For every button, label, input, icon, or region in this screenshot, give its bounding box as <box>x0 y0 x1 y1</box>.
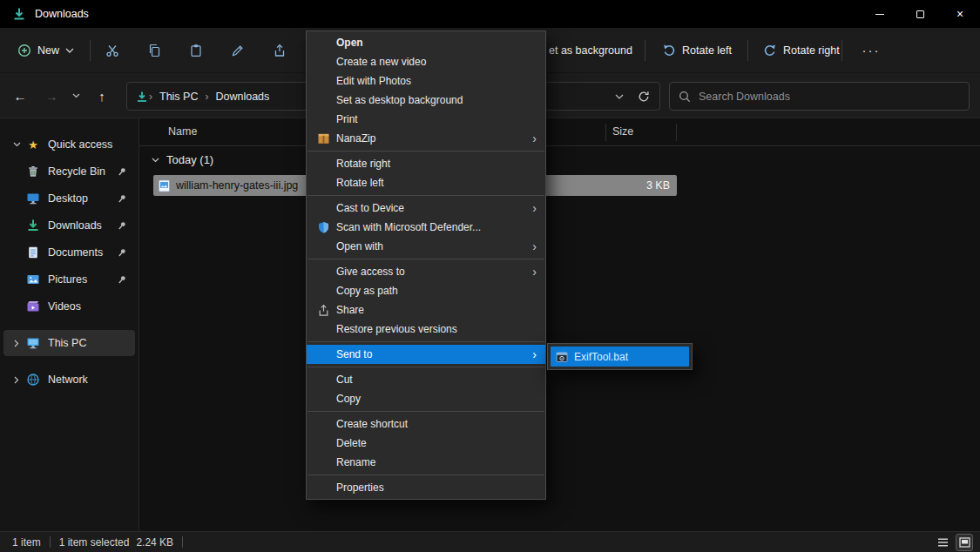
paste-icon <box>189 44 203 57</box>
sidebar-item-desktop[interactable]: Desktop <box>3 185 135 212</box>
recycle-bin-icon <box>24 165 42 178</box>
sidebar-item-network[interactable]: Network <box>3 367 135 393</box>
column-header-name[interactable]: Name <box>168 125 197 138</box>
menu-separator <box>308 475 544 475</box>
context-menu-item-rotate-right[interactable]: Rotate right <box>307 154 545 173</box>
back-button[interactable]: ← <box>9 84 31 107</box>
submenu-arrow-icon: › <box>532 240 537 252</box>
details-view-button[interactable] <box>934 534 951 551</box>
refresh-button[interactable] <box>632 85 656 108</box>
column-divider[interactable] <box>676 124 677 141</box>
sidebar-item-recycle-bin[interactable]: Recycle Bin <box>3 158 135 185</box>
desktop-icon <box>24 192 42 205</box>
sidebar-item-label: Network <box>48 374 88 386</box>
sidebar-item-downloads[interactable]: Downloads <box>3 212 135 239</box>
forward-button[interactable]: → <box>40 84 63 107</box>
sidebar-item-label: Downloads <box>48 219 102 232</box>
menu-separator <box>308 195 544 196</box>
context-menu-item-properties[interactable]: Properties <box>307 478 545 497</box>
group-label: Today (1) <box>166 153 213 166</box>
context-menu-item-open-with[interactable]: Open with› <box>307 237 545 256</box>
context-menu-item-create-a-new-video[interactable]: Create a new video <box>307 52 545 71</box>
chevron-down-icon[interactable] <box>152 158 159 163</box>
submenu-item-exiftool-bat[interactable]: ExifTool.bat <box>551 347 689 367</box>
share-button[interactable] <box>266 37 294 64</box>
pin-icon <box>118 275 126 284</box>
sidebar-item-documents[interactable]: Documents <box>3 239 135 266</box>
context-menu-item-copy-as-path[interactable]: Copy as path <box>307 281 545 300</box>
copy-icon <box>147 44 161 57</box>
rename-button[interactable] <box>224 37 252 64</box>
up-button[interactable]: ↑ <box>91 84 113 107</box>
menu-separator <box>308 411 544 412</box>
context-menu-item-rename[interactable]: Rename <box>307 453 545 472</box>
recent-locations-button[interactable] <box>68 84 84 107</box>
file-size: 3 KB <box>646 179 670 192</box>
context-menu-item-give-access-to[interactable]: Give access to› <box>307 262 545 281</box>
cut-button[interactable] <box>98 37 126 64</box>
toolbar-separator <box>747 40 748 61</box>
context-menu-item-set-as-desktop-background[interactable]: Set as desktop background <box>307 91 545 110</box>
submenu-arrow-icon: › <box>532 266 537 278</box>
rotate-left-icon <box>662 44 676 57</box>
breadcrumb-this-pc[interactable]: This PC <box>153 91 204 103</box>
context-menu: Open Create a new video Edit with Photos… <box>306 30 546 500</box>
thumbnail-view-button[interactable] <box>956 534 973 551</box>
column-divider[interactable] <box>605 124 606 141</box>
item-count: 1 item <box>12 536 41 549</box>
group-header-today[interactable]: Today (1) <box>152 153 213 166</box>
submenu-arrow-icon: › <box>532 132 537 145</box>
more-options-icon: ··· <box>862 43 881 57</box>
statusbar-divider <box>182 536 183 548</box>
submenu-arrow-icon: › <box>532 202 537 214</box>
context-menu-item-scan-with-microsoft-defender[interactable]: Scan with Microsoft Defender... <box>307 218 545 237</box>
context-menu-item-cut[interactable]: Cut <box>307 370 545 389</box>
sidebar-item-quick-access[interactable]: ★ Quick access <box>3 131 135 158</box>
chevron-down-icon[interactable] <box>9 142 24 147</box>
column-header-size[interactable]: Size <box>612 125 633 138</box>
new-plus-icon <box>17 44 31 57</box>
search-input[interactable] <box>699 91 960 103</box>
sidebar-item-this-pc[interactable]: This PC <box>3 330 135 356</box>
share-icon <box>273 44 287 57</box>
search-box[interactable] <box>669 82 970 111</box>
rotate-left-button[interactable]: Rotate left <box>655 38 739 63</box>
sidebar-item-pictures[interactable]: Pictures <box>3 266 135 293</box>
new-button[interactable]: New <box>10 38 81 63</box>
context-menu-item-print[interactable]: Print <box>307 110 545 129</box>
share-icon <box>317 304 336 317</box>
context-menu-item-open[interactable]: Open <box>307 33 545 52</box>
pin-icon <box>118 248 126 257</box>
context-menu-item-restore-previous-versions[interactable]: Restore previous versions <box>307 320 545 339</box>
close-button[interactable]: × <box>940 0 980 28</box>
set-as-background-button[interactable]: et as background <box>549 44 632 57</box>
submenu-arrow-icon: › <box>532 348 537 360</box>
nanazip-icon <box>317 132 336 145</box>
context-menu-item-copy[interactable]: Copy <box>307 389 545 408</box>
sidebar-item-videos[interactable]: Videos <box>3 293 135 320</box>
copy-button[interactable] <box>140 37 168 64</box>
file-list-pane: Name Size Today (1) william-henry-gates-… <box>139 118 980 531</box>
window-title: Downloads <box>35 8 89 20</box>
context-menu-item-nanazip[interactable]: NanaZip› <box>307 129 545 148</box>
sidebar-item-label: Desktop <box>48 192 88 205</box>
pin-icon <box>118 194 126 203</box>
breadcrumb-downloads[interactable]: Downloads <box>209 91 275 103</box>
paste-button[interactable] <box>182 37 210 64</box>
context-menu-item-delete[interactable]: Delete <box>307 434 545 453</box>
sidebar-item-label: Pictures <box>48 273 87 286</box>
chevron-right-icon[interactable] <box>9 340 24 347</box>
chevron-right-icon[interactable] <box>9 376 24 384</box>
address-dropdown-button[interactable] <box>607 85 632 108</box>
context-menu-item-share[interactable]: Share <box>307 300 545 320</box>
context-menu-item-edit-with-photos[interactable]: Edit with Photos <box>307 71 545 91</box>
context-menu-item-rotate-left[interactable]: Rotate left <box>307 173 545 192</box>
more-options-button[interactable]: ··· <box>857 37 885 64</box>
context-menu-item-send-to[interactable]: Send to› <box>307 345 545 364</box>
maximize-button[interactable] <box>900 0 940 28</box>
defender-shield-icon <box>317 221 336 234</box>
context-menu-item-cast-to-device[interactable]: Cast to Device› <box>307 199 545 218</box>
minimize-button[interactable] <box>860 0 900 28</box>
rotate-right-button[interactable]: Rotate right <box>756 38 847 63</box>
context-menu-item-create-shortcut[interactable]: Create shortcut <box>307 414 545 434</box>
